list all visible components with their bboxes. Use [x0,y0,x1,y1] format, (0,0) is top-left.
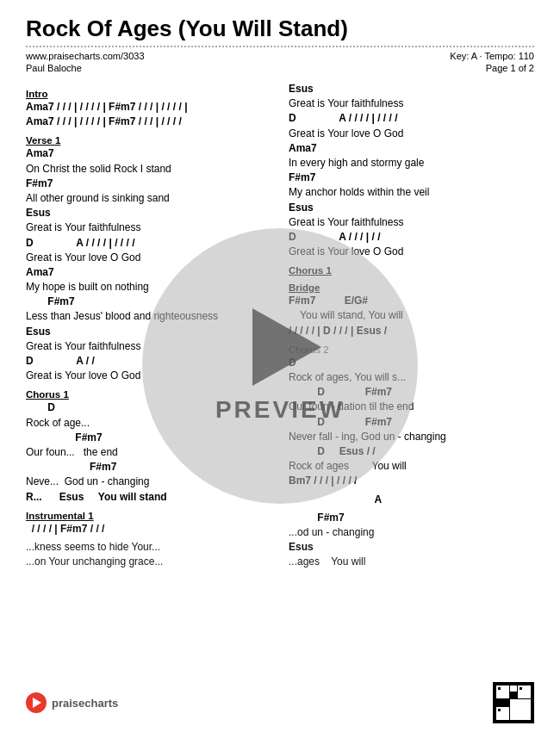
v1-chord-5: Ama7 [26,265,271,279]
c2-lyric-6: ...ages You will [289,555,534,568]
c2-lyric-1: Rock of ages, You will s... [289,370,534,384]
v1-lyric-4: Great is Your love O God [26,251,271,264]
page: Rock Of Ages (You Will Stand) www.praise… [0,0,560,732]
r-chord-esus: Esus [289,82,534,96]
section-chorus1-right: Chorus 1 [289,265,534,276]
v1-chord-1: Ama7 [26,146,271,160]
c2-chord-3: D F#m7 [289,415,534,429]
ch1-chord-4: R... Esus You will stand [26,490,271,504]
v1-chord-2: F#m7 [26,177,271,190]
v1-lyric-8: Great is Your love O God [26,369,271,382]
key-tempo: Key: A · Tempo: 110 [450,51,534,61]
ch1-lyric-2: Our foun... the end [26,445,271,459]
r-chord-fsharp: F#m7 [289,171,534,184]
footer: praisecharts [26,682,534,723]
bottom-line-1: ...kness seems to hide Your... [26,540,271,554]
v1-lyric-5: My hope is built on nothing [26,280,271,294]
c2-lyric-4: Rock of ages You will [289,459,534,473]
section-bridge: Bridge [289,282,534,293]
r-lyric-6: Great is Your love O God [289,245,534,258]
v1-lyric-6: Less than Jesus' blood and righteousness [26,309,271,323]
divider [26,46,534,47]
footer-logo: praisecharts [26,692,118,713]
v1-lyric-3: Great is Your faithfulness [26,220,271,234]
section-chorus1-left: Chorus 1 [26,389,271,400]
ch1-chord-1: D [26,400,271,414]
page-number: Page 1 of 2 [486,63,534,73]
v1-chord-4: D A / / / / | / / / / [26,236,271,250]
section-instrumental: Instrumental 1 [26,511,271,521]
r-chord-da2: D A / / / | / / [289,230,534,244]
intro-line-1: Ama7 / / / | / / / / | F#m7 / / / | / / … [26,100,271,114]
v1-chord-3: Esus [26,206,271,220]
v1-chord-7: Esus [26,325,271,338]
ch1-chord-2: F#m7 [26,431,271,444]
c2-lyric-2: Our foun - dation til the end [289,400,534,413]
r-lyric-5: Great is Your faithfulness [289,215,534,229]
section-intro: Intro [26,89,271,99]
ch1-lyric-3: Neve... God un - changing [26,475,271,488]
left-column: Intro Ama7 / / / | / / / / | F#m7 / / / … [26,82,271,569]
r-chord-da: D A / / / / | / / / / [289,111,534,125]
section-chorus2: Chorus 2 [289,344,534,355]
instr-line: / / / / | F#m7 / / / [26,522,271,536]
content-area: Intro Ama7 / / / | / / / / | F#m7 / / / … [26,82,534,569]
c2-chord-2: D F#m7 [289,385,534,399]
v1-lyric-7: Great is Your faithfulness [26,339,271,353]
c2-chord-4: D Esus / / [289,444,534,458]
ch1-chord-3: F#m7 [26,460,271,474]
intro-line-2: Ama7 / / / | / / / / | F#m7 / / / | / / … [26,115,271,128]
c2-lyric-5: ...od un - changing [289,525,534,539]
logo-play-icon [26,692,47,713]
r-chord-ama7: Ama7 [289,141,534,155]
c2-chord-1: D [289,356,534,369]
r-lyric-2: Great is Your love O God [289,127,534,140]
bridge-chord-1: F#m7 E/G# [289,294,534,307]
footer-brand: praisecharts [52,697,118,710]
c2-chord-7: F#m7 [289,511,534,524]
v1-chord-8: D A / / [26,354,271,368]
url: www.praisecharts.com/3033 [26,51,145,61]
c2-chord-5: Bm7 / / / | / / / / [289,474,534,487]
c2-chord-8: Esus [289,540,534,554]
v1-lyric-1: On Christ the solid Rock I stand [26,162,271,176]
v1-chord-6: F#m7 [26,295,271,308]
ch1-lyric-1: Rock of age... [26,416,271,430]
v1-lyric-2: All other ground is sinking sand [26,191,271,205]
r-lyric-4: My anchor holds within the veil [289,185,534,199]
r-chord-esus2: Esus [289,201,534,214]
c2-lyric-3: Never fall - ing, God un - changing [289,430,534,444]
bottom-line-2: ...on Your unchanging grace... [26,555,271,568]
r-lyric-3: In every high and stormy gale [289,156,534,170]
section-verse1: Verse 1 [26,135,271,146]
title: Rock Of Ages (You Will Stand) [26,16,534,42]
meta-row: www.praisecharts.com/3033 Key: A · Tempo… [26,51,534,61]
bridge-lyric-1: You will stand, You will [289,308,534,322]
right-column: Esus Great is Your faithfulness D A / / … [289,82,534,569]
r-lyric-1: Great is Your faithfulness [289,96,534,110]
meta-row-2: Paul Baloche Page 1 of 2 [26,63,534,73]
c2-chord-6: A [289,493,534,506]
bridge-chord-2: / / / / / | D / / / | Esus / [289,324,534,338]
qr-code [493,682,534,723]
author: Paul Baloche [26,63,82,73]
